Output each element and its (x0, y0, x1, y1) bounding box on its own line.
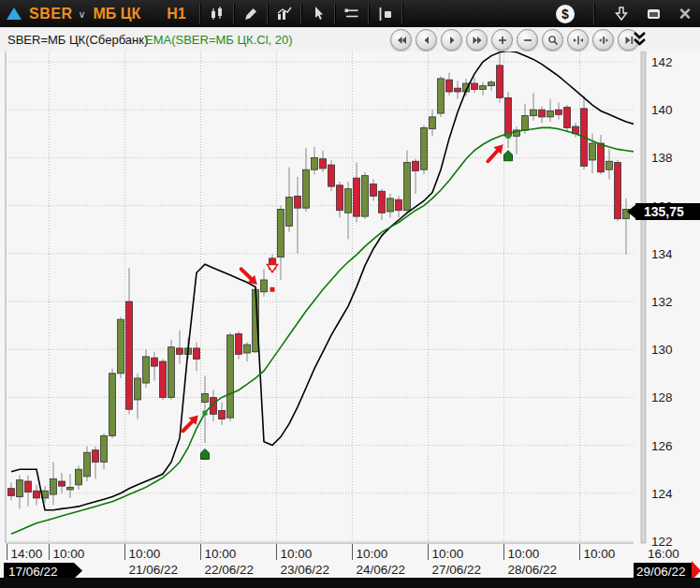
objects-icon[interactable] (373, 3, 398, 25)
double-chevron-down-icon (633, 31, 647, 48)
y-axis-label: 126 (651, 439, 673, 453)
toolbar-separator (233, 4, 235, 24)
toolbar-separator (300, 4, 302, 24)
axis-divider[interactable] (641, 51, 646, 543)
chevron-down-icon[interactable]: ∨ (78, 8, 85, 21)
y-axis-label: 124 (651, 487, 673, 501)
toolbar-separator (401, 4, 403, 24)
x-axis-time-label: 10:00 (357, 547, 388, 561)
x-axis-time-label: 10:00 (508, 547, 540, 561)
x-axis-date-label: 27/06/22 (432, 563, 482, 577)
price-chart[interactable]: 14214013813613413213012812612412214:0010… (0, 51, 700, 578)
bar-width-button[interactable] (592, 29, 614, 51)
symbol-label[interactable]: SBER (29, 6, 72, 22)
x-axis-time-label: 10:00 (281, 547, 313, 561)
svg-text:17/06/22: 17/06/22 (8, 565, 58, 579)
x-axis-time-label: 14:00 (11, 547, 43, 561)
toolbar-separator (334, 4, 336, 24)
svg-text:135,75: 135,75 (644, 204, 684, 219)
y-axis-label: 140 (651, 103, 673, 117)
y-axis-label: 134 (651, 247, 673, 261)
window-restore-icon[interactable] (644, 5, 663, 23)
chart-header: SBER=МБ ЦК(Сбербанк) EMA(SBER=МБ ЦК.Cl, … (0, 27, 700, 52)
ema-knot-green (506, 134, 511, 139)
y-axis-label: 138 (651, 151, 673, 165)
scroll-fast-left-button[interactable] (390, 29, 412, 51)
x-axis-time-label: 10:00 (205, 547, 237, 561)
market-label[interactable]: МБ ЦК (94, 6, 141, 22)
x-axis-date-label: 28/06/22 (508, 563, 558, 577)
left-date-tag: 17/06/22 (4, 563, 82, 578)
x-axis-time-label: 10:00 (129, 547, 161, 561)
x-axis-date-label: 24/06/22 (357, 563, 406, 577)
status-bar (0, 578, 700, 588)
ema-knot-green (203, 411, 208, 416)
pencil-icon[interactable] (239, 3, 263, 25)
y-axis-label: 130 (651, 343, 673, 357)
chart-canvas: 14214013813613413213012812612412214:0010… (0, 51, 700, 578)
zoom-out-button[interactable] (517, 29, 538, 51)
scroll-right-button[interactable] (441, 29, 462, 51)
y-axis-label: 142 (651, 55, 673, 69)
toolbar-separator (199, 4, 201, 24)
toolbar: SBER ∨ МБ ЦК H1 $ × (0, 0, 700, 27)
corner-time-label: 16:00 (648, 547, 679, 561)
x-axis-time-label: 10:00 (53, 547, 85, 561)
timeframe-label[interactable]: H1 (167, 6, 185, 22)
zoom-in-button[interactable] (491, 29, 513, 51)
chart-window: SBER ∨ МБ ЦК H1 $ × SBER=МБ ЦК(Сбербанк)… (0, 0, 700, 588)
expand-horizontal-button[interactable] (567, 29, 589, 51)
x-axis-date-label: 22/06/22 (205, 563, 255, 577)
dollar-icon[interactable]: $ (556, 5, 575, 23)
toolbar-separator (368, 4, 370, 24)
instrument-title: SBER=МБ ЦК(Сбербанк) (7, 33, 148, 47)
cursor-icon[interactable] (306, 3, 330, 25)
svg-text:29/06/22: 29/06/22 (636, 565, 686, 579)
candlestick-chart-icon[interactable] (205, 3, 229, 25)
current-price-tag: 135,75 (627, 203, 700, 220)
download-arrow-icon[interactable] (612, 5, 631, 23)
toolbar-separator (593, 4, 595, 24)
zoom-select-button[interactable] (542, 29, 563, 51)
x-axis-date-label: 23/06/22 (281, 563, 330, 577)
indicator-icon[interactable] (272, 3, 297, 25)
x-axis-date-label: 21/06/22 (129, 563, 179, 577)
y-axis-label: 128 (651, 390, 673, 404)
scroll-fast-right-button[interactable] (466, 29, 488, 51)
ema-knot-red (270, 287, 275, 292)
scroll-left-button[interactable] (416, 29, 437, 51)
x-axis-time-label: 10:00 (432, 547, 464, 561)
y-axis-label: 132 (651, 295, 673, 309)
indicator-title: EMA(SBER=МБ ЦК.Cl, 20) (145, 33, 293, 47)
toolbar-separator (267, 4, 269, 24)
app-logo-icon (7, 7, 22, 20)
right-date-tag: 29/06/22 (634, 561, 700, 578)
close-icon[interactable]: × (676, 5, 694, 23)
collapse-panel-button[interactable] (633, 31, 647, 51)
x-axis-time-label: 10:00 (584, 547, 616, 561)
levels-icon[interactable] (340, 3, 364, 25)
